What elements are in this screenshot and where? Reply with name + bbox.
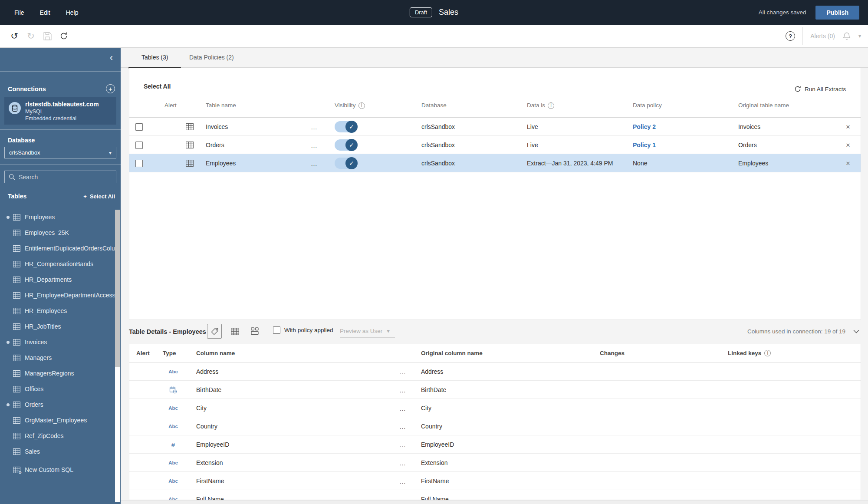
table-grid-icon bbox=[13, 402, 20, 408]
info-icon[interactable]: i bbox=[358, 102, 365, 109]
row-menu-icon[interactable]: … bbox=[311, 118, 318, 136]
row-menu-icon[interactable]: … bbox=[399, 454, 406, 472]
database-select-value: crlsSandbox bbox=[9, 149, 40, 156]
database-value: crlsSandbox bbox=[421, 118, 455, 136]
sidebar-scrollbar[interactable] bbox=[115, 210, 120, 502]
column-row[interactable]: Abc # City … bbox=[129, 399, 861, 417]
grid-view-button[interactable] bbox=[227, 324, 242, 339]
sidebar-table-name: HR_EmployeeDepartmentAccesse bbox=[25, 292, 115, 299]
sidebar-table-item[interactable]: Invoices bbox=[0, 334, 115, 350]
column-row[interactable]: Abc # EmployeeID bbox=[129, 435, 861, 454]
column-row[interactable]: Abc # Country … bbox=[129, 417, 861, 435]
sidebar-scrollbar-thumb[interactable] bbox=[115, 210, 120, 367]
column-row[interactable]: Abc # Address … bbox=[129, 362, 861, 381]
tag-view-button[interactable] bbox=[207, 324, 222, 339]
sidebar-table-item[interactable]: Employees_25K bbox=[0, 225, 115, 240]
search-input[interactable] bbox=[19, 174, 112, 181]
sidebar-table-item[interactable]: Orders bbox=[0, 397, 115, 412]
bell-icon[interactable] bbox=[842, 32, 851, 41]
table-row[interactable]: Orders … ✓ crlsSandbox Live Policy 1 Ord… bbox=[129, 136, 861, 154]
table-row[interactable]: Employees … ✓ crlsSandbox Extract—Jan 31… bbox=[129, 154, 861, 172]
data-is-value: Live bbox=[527, 136, 538, 154]
undo-icon[interactable]: ↺ bbox=[8, 30, 21, 43]
sidebar-table-item[interactable]: EntitlementDuplicatedOrdersColu bbox=[0, 240, 115, 256]
remove-table-icon[interactable]: ✕ bbox=[844, 118, 852, 136]
sidebar-table-item[interactable]: Offices bbox=[0, 381, 115, 397]
horizontal-scrollbar-track[interactable] bbox=[121, 500, 868, 504]
refresh-icon[interactable] bbox=[57, 30, 70, 43]
row-menu-icon[interactable]: … bbox=[399, 399, 406, 417]
tab-tables[interactable]: Tables (3) bbox=[140, 48, 170, 68]
column-row[interactable]: Abc # Full Name bbox=[129, 490, 861, 500]
collapse-sidebar-icon[interactable]: ‹ bbox=[110, 53, 113, 63]
help-icon[interactable]: ? bbox=[786, 31, 795, 41]
database-select[interactable]: crlsSandbox ▾ bbox=[4, 147, 116, 158]
original-column-name: Extension bbox=[421, 454, 447, 472]
preview-as-user-dropdown[interactable]: Preview as User ▾ bbox=[340, 324, 395, 338]
menu-file[interactable]: File bbox=[14, 9, 24, 16]
run-all-extracts-button[interactable]: Run All Extracts bbox=[794, 86, 846, 92]
new-custom-sql-button[interactable]: ⚙ New Custom SQL bbox=[0, 462, 115, 478]
info-icon[interactable]: i bbox=[764, 350, 771, 356]
row-menu-icon[interactable]: … bbox=[399, 417, 406, 435]
sidebar-table-name: HR_CompensationBands bbox=[25, 260, 93, 267]
data-policy-value[interactable]: None bbox=[633, 154, 647, 172]
column-row[interactable]: Abc # Extension bbox=[129, 454, 861, 472]
menu-help[interactable]: Help bbox=[66, 9, 79, 16]
sidebar-table-item[interactable]: HR_CompensationBands bbox=[0, 256, 115, 272]
connection-card[interactable]: rlstestdb.tableautest.com MySQL Embedded… bbox=[4, 97, 116, 125]
data-policy-value[interactable]: Policy 2 bbox=[633, 118, 656, 136]
data-policy-value[interactable]: Policy 1 bbox=[633, 136, 656, 154]
row-menu-icon[interactable]: … bbox=[311, 136, 318, 154]
sidebar-table-item[interactable]: Employees bbox=[0, 209, 115, 225]
select-all-button[interactable]: Select All bbox=[144, 83, 171, 90]
row-checkbox[interactable] bbox=[135, 136, 143, 154]
row-menu-icon[interactable]: … bbox=[399, 490, 406, 500]
visibility-toggle[interactable]: ✓ bbox=[335, 136, 357, 154]
sidebar-table-item[interactable]: HR_EmployeeDepartmentAccesse bbox=[0, 287, 115, 303]
row-menu-icon[interactable]: … bbox=[399, 435, 406, 454]
sidebar-table-item[interactable]: HR_Employees bbox=[0, 303, 115, 319]
column-row[interactable]: Abc # BirthDate bbox=[129, 381, 861, 399]
row-menu-icon[interactable]: … bbox=[399, 472, 406, 490]
data-type-icon: Abc # bbox=[164, 435, 182, 454]
row-checkbox[interactable] bbox=[135, 118, 143, 136]
alerts-label: Alerts (0) bbox=[810, 33, 835, 40]
column-row[interactable]: Abc # FirstName bbox=[129, 472, 861, 490]
toolbar-divider bbox=[802, 27, 803, 45]
sidebar-table-item[interactable]: ManagersRegions bbox=[0, 366, 115, 381]
info-icon[interactable]: i bbox=[548, 102, 554, 109]
visibility-toggle[interactable]: ✓ bbox=[335, 154, 357, 172]
sidebar-table-item[interactable]: Ref_ZipCodes bbox=[0, 428, 115, 444]
table-name: Invoices bbox=[206, 118, 228, 136]
alerts-caret-icon[interactable]: ▾ bbox=[858, 33, 861, 39]
tab-data-policies[interactable]: Data Policies (2) bbox=[187, 48, 236, 68]
chevron-down-icon[interactable] bbox=[853, 329, 859, 333]
column-header-linked-keys: Linked keys i bbox=[728, 344, 771, 362]
remove-table-icon[interactable]: ✕ bbox=[844, 154, 852, 172]
redo-icon[interactable]: ↻ bbox=[24, 30, 37, 43]
data-is-value: Extract—Jan 31, 2023, 4:49 PM bbox=[527, 154, 613, 172]
table-grid-icon bbox=[13, 448, 20, 455]
sidebar-select-all-button[interactable]: + Select All bbox=[83, 193, 115, 200]
with-policy-control: With policy applied bbox=[273, 326, 333, 334]
sidebar-table-item[interactable]: Managers bbox=[0, 350, 115, 366]
row-menu-icon[interactable]: … bbox=[399, 362, 406, 381]
row-checkbox[interactable] bbox=[135, 154, 143, 172]
sidebar-table-item[interactable]: Sales bbox=[0, 444, 115, 459]
cards-view-button[interactable] bbox=[248, 324, 263, 339]
original-column-name: Country bbox=[421, 417, 442, 435]
publish-button[interactable]: Publish bbox=[815, 6, 859, 20]
remove-table-icon[interactable]: ✕ bbox=[844, 136, 852, 154]
add-connection-icon[interactable]: + bbox=[106, 84, 115, 93]
row-menu-icon[interactable]: … bbox=[399, 381, 406, 399]
sidebar-table-item[interactable]: OrgMaster_Employees bbox=[0, 412, 115, 428]
menu-edit[interactable]: Edit bbox=[40, 9, 50, 16]
save-icon[interactable] bbox=[41, 30, 54, 43]
with-policy-checkbox[interactable] bbox=[273, 326, 280, 334]
sidebar-table-item[interactable]: HR_Departments bbox=[0, 272, 115, 287]
table-row[interactable]: Invoices … ✓ crlsSandbox Live Policy 2 I… bbox=[129, 118, 861, 136]
visibility-toggle[interactable]: ✓ bbox=[335, 118, 357, 136]
sidebar-table-item[interactable]: HR_JobTitles bbox=[0, 319, 115, 334]
row-menu-icon[interactable]: … bbox=[311, 154, 318, 172]
